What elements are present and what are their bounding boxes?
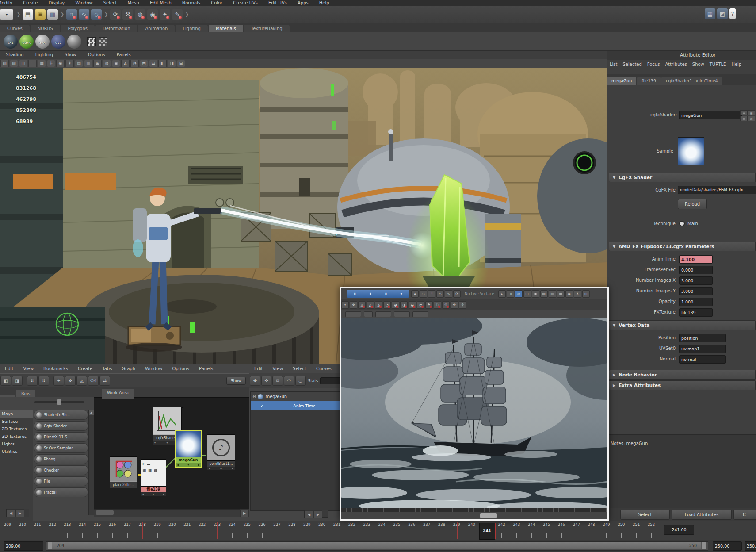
outliner-root-row[interactable]: ⊖ megaGun xyxy=(251,392,341,401)
frame-tick[interactable]: 219 xyxy=(150,522,165,539)
frame-tick[interactable]: 238 xyxy=(434,522,449,539)
fw-menu-box[interactable] xyxy=(345,311,361,317)
section-node-behavior[interactable]: ▶Node Behavior xyxy=(609,370,756,380)
shelf-tab-nurbs[interactable]: NURBS xyxy=(31,25,60,32)
hs-grid2-icon[interactable]: ⠿ xyxy=(38,376,49,386)
ge-frame-icon[interactable]: ⧉ xyxy=(272,376,283,386)
ae-menu-help[interactable]: Help xyxy=(729,62,744,67)
shelf-tab-animation[interactable]: Animation xyxy=(138,25,175,32)
save-scene-icon[interactable]: ▥ xyxy=(47,9,58,20)
fw-layers-icon[interactable]: ▥ xyxy=(549,290,556,298)
frame-tick[interactable]: 209 xyxy=(0,522,15,539)
ge-insert-key-icon[interactable]: ✛ xyxy=(261,376,272,386)
hs-create-material-icon[interactable]: ✦ xyxy=(53,376,64,386)
hs-create-utility-icon[interactable]: ◬ xyxy=(76,376,87,386)
viewport-menu-lighting[interactable]: Lighting xyxy=(30,52,59,57)
fw-shelf-icon[interactable]: ✢ xyxy=(459,301,466,309)
fw-render-icon-active[interactable]: ◍ xyxy=(515,290,523,298)
hs-grid-icon[interactable]: ⠿ xyxy=(27,376,38,386)
focus-mini-button[interactable]: ≡ xyxy=(740,110,748,115)
floating-maya-window[interactable]: ▮▮▮▾ ▲ ◌ ⌗ ◇ ∿ ⟳ No Live Surface ▸ ⇥ ◍ ▢… xyxy=(340,287,609,521)
hs-create-texture-icon[interactable]: ❖ xyxy=(65,376,76,386)
create-node-cgfx-shader[interactable]: Cgfx Shader xyxy=(34,421,88,431)
fw-menu-box[interactable] xyxy=(364,311,373,317)
menu-item-edit-uvs[interactable]: Edit UVs xyxy=(263,0,292,5)
hypershade-menu-graph[interactable]: Graph xyxy=(117,366,140,371)
hypershade-menu-panels[interactable]: Panels xyxy=(194,366,218,371)
viewport-toolbar-icon[interactable]: ⬓ xyxy=(149,60,157,67)
shelf-tab-deformation[interactable]: Deformation xyxy=(95,25,137,32)
paint-effects-icon[interactable]: ✎ xyxy=(172,9,183,20)
fw-lasso-icon[interactable]: ◌ xyxy=(420,290,427,298)
frame-tick[interactable]: 210 xyxy=(15,522,30,539)
frame-tick[interactable]: 233 xyxy=(359,522,374,539)
fw-snap-icon[interactable]: ⌗ xyxy=(428,290,435,298)
create-node-checker[interactable]: Checker xyxy=(34,465,88,475)
range-slider-track[interactable]: 209 250 xyxy=(46,541,708,551)
hs-next-graph-icon[interactable]: ◨ xyxy=(12,376,23,386)
shelf-uv-grid-icon[interactable] xyxy=(99,37,107,46)
create-node-phong[interactable]: Phong xyxy=(34,454,88,464)
frame-tick[interactable]: 220 xyxy=(165,522,180,539)
ge-stats-field[interactable] xyxy=(320,377,342,384)
frame-tick[interactable]: 230 xyxy=(314,522,329,539)
menu-item-window[interactable]: Window xyxy=(70,0,98,5)
frame-tick[interactable]: 217 xyxy=(120,522,135,539)
fw-snap3-icon[interactable]: ∿ xyxy=(445,290,452,298)
toolbar-separator[interactable]: ❯ xyxy=(185,9,188,20)
section-cgfx-shader[interactable]: ▼CgFX Shader xyxy=(609,172,756,182)
category-maya[interactable]: Maya xyxy=(0,410,33,418)
frame-tick[interactable]: 231 xyxy=(329,522,344,539)
graph-editor-menu-view[interactable]: View xyxy=(267,366,288,371)
viewport-menu-panels[interactable]: Panels xyxy=(111,52,137,57)
fw-grid-icon[interactable]: ⊞ xyxy=(582,290,590,298)
frame-tick[interactable]: 242 xyxy=(494,522,509,539)
hypershade-menu-options[interactable]: Options xyxy=(167,366,194,371)
hypershade-menu-bookmarks[interactable]: Bookmarks xyxy=(38,366,73,371)
frame-ruler[interactable]: 2092102112122132142152162172182192202212… xyxy=(0,522,659,539)
ae-menu-turtle[interactable]: TURTLE xyxy=(707,62,729,67)
work-area-tab[interactable]: Work Area xyxy=(102,389,134,399)
category-lights[interactable]: Lights xyxy=(0,440,33,448)
frame-tick[interactable]: 251 xyxy=(629,522,644,539)
viewport-toolbar-icon[interactable]: ▨ xyxy=(10,60,18,67)
select-button[interactable]: Select xyxy=(620,510,670,520)
frame-tick[interactable]: 216 xyxy=(105,522,120,539)
toolbar-separator[interactable]: ❯ xyxy=(104,9,107,20)
ae-menu-list[interactable]: List xyxy=(607,62,620,67)
hs-tab-bins[interactable]: Bins xyxy=(16,390,35,397)
menu-item-create[interactable]: Create xyxy=(18,0,43,5)
ae-tab-file139[interactable]: file139 xyxy=(637,77,661,85)
param-field-number-images-y[interactable]: 3.000 xyxy=(679,287,713,295)
graph-editor-menu-edit[interactable]: Edit xyxy=(249,366,267,371)
fw-snap2-icon[interactable]: ◇ xyxy=(436,290,444,298)
section-cgfx-parameters[interactable]: ▼AMD_FX_Flipbook713.cgfx Parameters xyxy=(609,242,756,251)
fw-menu-box[interactable] xyxy=(375,311,391,317)
fw-select-icon[interactable]: ▲ xyxy=(411,290,419,298)
viewport-toolbar-icon[interactable]: ▣ xyxy=(112,60,120,67)
history-icon[interactable]: ⟳ xyxy=(110,9,121,20)
viewport-toolbar-icon[interactable]: ▤ xyxy=(75,60,83,67)
fw-shelf-icon[interactable]: ❖ xyxy=(350,301,357,309)
frame-tick[interactable]: 228 xyxy=(284,522,299,539)
shelf-checker-icon[interactable] xyxy=(87,37,96,46)
shelf-shader-ball-lx1[interactable]: LX1 xyxy=(4,34,18,49)
fw-light-icon[interactable]: ☀ xyxy=(574,290,581,298)
node-megagun[interactable]: megaGun ▪▾▪ xyxy=(175,430,202,468)
fw-shelf-icon[interactable]: ◕ xyxy=(392,301,399,309)
fw-selection-mask-dropdown[interactable]: ▮▮▮▾ xyxy=(347,290,409,298)
graph-editor-panel[interactable]: EditViewSelectCurvesKeysTan ✥ ✛ ⧉ ◠ ◡ St… xyxy=(249,364,342,521)
category-utilities[interactable]: Utilities xyxy=(0,448,33,455)
fw-shelf-icon[interactable]: ⚑ xyxy=(425,301,433,309)
frame-tick[interactable]: 212 xyxy=(45,522,60,539)
open-scene-icon[interactable]: ▣ xyxy=(35,9,46,20)
ae-menu-attributes[interactable]: Attributes xyxy=(662,62,689,67)
graph-editor-outliner[interactable]: ⊖ megaGun ✓ Anim Time xyxy=(250,391,342,511)
viewport-toolbar-icon[interactable]: ▧ xyxy=(0,60,9,67)
menu-item-modify[interactable]: Modify xyxy=(0,0,18,5)
frame-tick[interactable]: 236 xyxy=(404,522,419,539)
viewport-menu-options[interactable]: Options xyxy=(82,52,111,57)
snap-point-icon[interactable]: ◇ xyxy=(91,9,102,20)
fw-ipr-icon[interactable]: ▣ xyxy=(532,290,539,298)
viewport-toolbar-icon[interactable]: ◍ xyxy=(103,60,111,67)
